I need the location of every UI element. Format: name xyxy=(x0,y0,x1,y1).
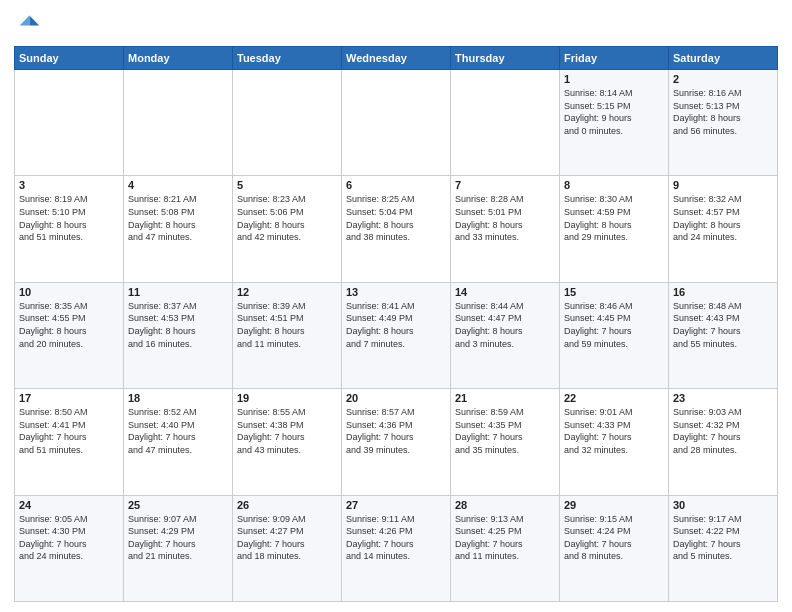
calendar-cell: 22Sunrise: 9:01 AM Sunset: 4:33 PM Dayli… xyxy=(560,389,669,495)
day-info: Sunrise: 8:35 AM Sunset: 4:55 PM Dayligh… xyxy=(19,300,119,350)
calendar-cell: 5Sunrise: 8:23 AM Sunset: 5:06 PM Daylig… xyxy=(233,176,342,282)
calendar-cell: 16Sunrise: 8:48 AM Sunset: 4:43 PM Dayli… xyxy=(669,282,778,388)
calendar-cell: 25Sunrise: 9:07 AM Sunset: 4:29 PM Dayli… xyxy=(124,495,233,601)
weekday-header-row: SundayMondayTuesdayWednesdayThursdayFrid… xyxy=(15,47,778,70)
day-info: Sunrise: 9:17 AM Sunset: 4:22 PM Dayligh… xyxy=(673,513,773,563)
calendar-cell: 2Sunrise: 8:16 AM Sunset: 5:13 PM Daylig… xyxy=(669,70,778,176)
weekday-header-saturday: Saturday xyxy=(669,47,778,70)
day-info: Sunrise: 8:32 AM Sunset: 4:57 PM Dayligh… xyxy=(673,193,773,243)
day-info: Sunrise: 8:46 AM Sunset: 4:45 PM Dayligh… xyxy=(564,300,664,350)
day-info: Sunrise: 8:59 AM Sunset: 4:35 PM Dayligh… xyxy=(455,406,555,456)
day-info: Sunrise: 9:15 AM Sunset: 4:24 PM Dayligh… xyxy=(564,513,664,563)
calendar-cell: 21Sunrise: 8:59 AM Sunset: 4:35 PM Dayli… xyxy=(451,389,560,495)
day-number: 6 xyxy=(346,179,446,191)
day-number: 28 xyxy=(455,499,555,511)
weekday-header-sunday: Sunday xyxy=(15,47,124,70)
day-number: 9 xyxy=(673,179,773,191)
day-info: Sunrise: 8:52 AM Sunset: 4:40 PM Dayligh… xyxy=(128,406,228,456)
calendar-cell: 20Sunrise: 8:57 AM Sunset: 4:36 PM Dayli… xyxy=(342,389,451,495)
calendar-cell: 1Sunrise: 8:14 AM Sunset: 5:15 PM Daylig… xyxy=(560,70,669,176)
calendar-cell: 15Sunrise: 8:46 AM Sunset: 4:45 PM Dayli… xyxy=(560,282,669,388)
day-info: Sunrise: 8:37 AM Sunset: 4:53 PM Dayligh… xyxy=(128,300,228,350)
day-number: 21 xyxy=(455,392,555,404)
calendar-cell: 19Sunrise: 8:55 AM Sunset: 4:38 PM Dayli… xyxy=(233,389,342,495)
calendar-cell: 8Sunrise: 8:30 AM Sunset: 4:59 PM Daylig… xyxy=(560,176,669,282)
weekday-header-friday: Friday xyxy=(560,47,669,70)
calendar-week-4: 17Sunrise: 8:50 AM Sunset: 4:41 PM Dayli… xyxy=(15,389,778,495)
day-info: Sunrise: 8:14 AM Sunset: 5:15 PM Dayligh… xyxy=(564,87,664,137)
day-number: 30 xyxy=(673,499,773,511)
day-info: Sunrise: 9:09 AM Sunset: 4:27 PM Dayligh… xyxy=(237,513,337,563)
calendar-cell: 26Sunrise: 9:09 AM Sunset: 4:27 PM Dayli… xyxy=(233,495,342,601)
day-info: Sunrise: 8:21 AM Sunset: 5:08 PM Dayligh… xyxy=(128,193,228,243)
calendar-cell xyxy=(342,70,451,176)
calendar-cell: 6Sunrise: 8:25 AM Sunset: 5:04 PM Daylig… xyxy=(342,176,451,282)
day-info: Sunrise: 8:48 AM Sunset: 4:43 PM Dayligh… xyxy=(673,300,773,350)
calendar-cell: 9Sunrise: 8:32 AM Sunset: 4:57 PM Daylig… xyxy=(669,176,778,282)
day-info: Sunrise: 9:11 AM Sunset: 4:26 PM Dayligh… xyxy=(346,513,446,563)
day-number: 12 xyxy=(237,286,337,298)
calendar-cell: 27Sunrise: 9:11 AM Sunset: 4:26 PM Dayli… xyxy=(342,495,451,601)
page: SundayMondayTuesdayWednesdayThursdayFrid… xyxy=(0,0,792,612)
day-info: Sunrise: 8:50 AM Sunset: 4:41 PM Dayligh… xyxy=(19,406,119,456)
day-info: Sunrise: 8:41 AM Sunset: 4:49 PM Dayligh… xyxy=(346,300,446,350)
day-info: Sunrise: 8:16 AM Sunset: 5:13 PM Dayligh… xyxy=(673,87,773,137)
day-number: 14 xyxy=(455,286,555,298)
calendar-week-1: 1Sunrise: 8:14 AM Sunset: 5:15 PM Daylig… xyxy=(15,70,778,176)
calendar-week-2: 3Sunrise: 8:19 AM Sunset: 5:10 PM Daylig… xyxy=(15,176,778,282)
weekday-header-thursday: Thursday xyxy=(451,47,560,70)
svg-marker-1 xyxy=(20,16,30,26)
day-number: 24 xyxy=(19,499,119,511)
day-info: Sunrise: 8:19 AM Sunset: 5:10 PM Dayligh… xyxy=(19,193,119,243)
day-info: Sunrise: 9:05 AM Sunset: 4:30 PM Dayligh… xyxy=(19,513,119,563)
day-info: Sunrise: 8:23 AM Sunset: 5:06 PM Dayligh… xyxy=(237,193,337,243)
day-info: Sunrise: 9:01 AM Sunset: 4:33 PM Dayligh… xyxy=(564,406,664,456)
day-info: Sunrise: 9:07 AM Sunset: 4:29 PM Dayligh… xyxy=(128,513,228,563)
calendar-cell xyxy=(124,70,233,176)
day-number: 27 xyxy=(346,499,446,511)
day-info: Sunrise: 8:25 AM Sunset: 5:04 PM Dayligh… xyxy=(346,193,446,243)
calendar-cell: 13Sunrise: 8:41 AM Sunset: 4:49 PM Dayli… xyxy=(342,282,451,388)
logo-icon xyxy=(14,10,42,38)
calendar-cell: 3Sunrise: 8:19 AM Sunset: 5:10 PM Daylig… xyxy=(15,176,124,282)
calendar-cell: 30Sunrise: 9:17 AM Sunset: 4:22 PM Dayli… xyxy=(669,495,778,601)
day-number: 2 xyxy=(673,73,773,85)
day-number: 5 xyxy=(237,179,337,191)
calendar-cell: 4Sunrise: 8:21 AM Sunset: 5:08 PM Daylig… xyxy=(124,176,233,282)
day-info: Sunrise: 8:55 AM Sunset: 4:38 PM Dayligh… xyxy=(237,406,337,456)
day-info: Sunrise: 8:44 AM Sunset: 4:47 PM Dayligh… xyxy=(455,300,555,350)
day-info: Sunrise: 8:30 AM Sunset: 4:59 PM Dayligh… xyxy=(564,193,664,243)
header xyxy=(14,10,778,38)
day-number: 22 xyxy=(564,392,664,404)
day-number: 4 xyxy=(128,179,228,191)
day-info: Sunrise: 8:57 AM Sunset: 4:36 PM Dayligh… xyxy=(346,406,446,456)
day-number: 11 xyxy=(128,286,228,298)
weekday-header-monday: Monday xyxy=(124,47,233,70)
day-number: 13 xyxy=(346,286,446,298)
day-info: Sunrise: 9:13 AM Sunset: 4:25 PM Dayligh… xyxy=(455,513,555,563)
calendar-cell xyxy=(233,70,342,176)
day-number: 16 xyxy=(673,286,773,298)
calendar-cell: 28Sunrise: 9:13 AM Sunset: 4:25 PM Dayli… xyxy=(451,495,560,601)
svg-marker-0 xyxy=(29,16,39,26)
calendar-cell: 11Sunrise: 8:37 AM Sunset: 4:53 PM Dayli… xyxy=(124,282,233,388)
day-number: 20 xyxy=(346,392,446,404)
day-number: 15 xyxy=(564,286,664,298)
calendar-cell: 17Sunrise: 8:50 AM Sunset: 4:41 PM Dayli… xyxy=(15,389,124,495)
day-number: 26 xyxy=(237,499,337,511)
calendar-week-3: 10Sunrise: 8:35 AM Sunset: 4:55 PM Dayli… xyxy=(15,282,778,388)
calendar-cell: 10Sunrise: 8:35 AM Sunset: 4:55 PM Dayli… xyxy=(15,282,124,388)
day-number: 23 xyxy=(673,392,773,404)
day-number: 17 xyxy=(19,392,119,404)
day-info: Sunrise: 9:03 AM Sunset: 4:32 PM Dayligh… xyxy=(673,406,773,456)
calendar-cell: 23Sunrise: 9:03 AM Sunset: 4:32 PM Dayli… xyxy=(669,389,778,495)
weekday-header-tuesday: Tuesday xyxy=(233,47,342,70)
calendar-cell xyxy=(451,70,560,176)
day-number: 29 xyxy=(564,499,664,511)
day-number: 8 xyxy=(564,179,664,191)
day-info: Sunrise: 8:28 AM Sunset: 5:01 PM Dayligh… xyxy=(455,193,555,243)
calendar-table: SundayMondayTuesdayWednesdayThursdayFrid… xyxy=(14,46,778,602)
day-info: Sunrise: 8:39 AM Sunset: 4:51 PM Dayligh… xyxy=(237,300,337,350)
day-number: 3 xyxy=(19,179,119,191)
calendar-cell xyxy=(15,70,124,176)
